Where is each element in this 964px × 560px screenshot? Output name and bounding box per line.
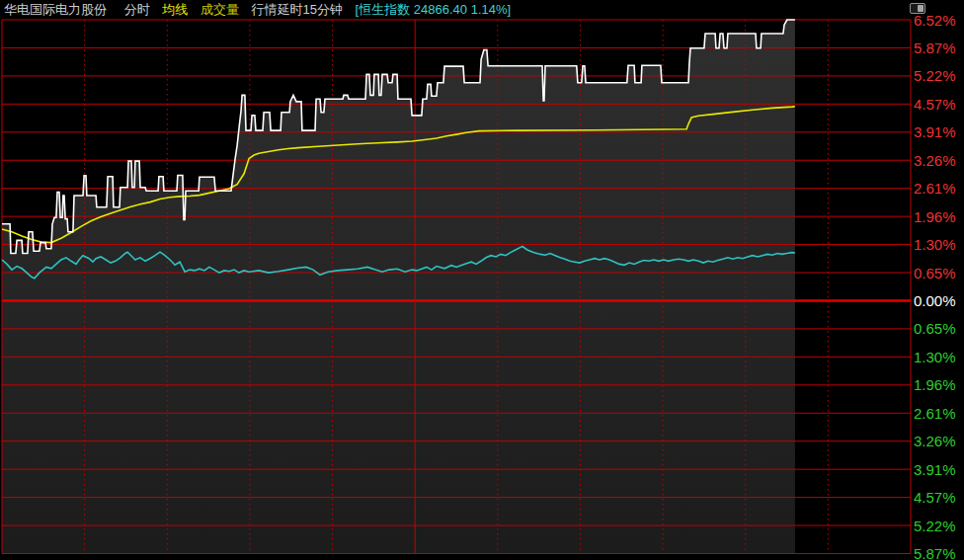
- y-axis-label: 1.96%: [914, 208, 963, 225]
- y-axis-label: 4.57%: [914, 489, 963, 506]
- y-axis-label: 1.96%: [914, 376, 963, 393]
- y-axis-label: 5.22%: [914, 518, 963, 534]
- y-axis-label: 0.65%: [914, 265, 963, 281]
- y-axis-label: 3.26%: [914, 433, 963, 449]
- y-axis-label: 2.61%: [914, 180, 963, 197]
- y-axis-label: 1.30%: [914, 349, 963, 365]
- y-axis-label: 5.22%: [914, 67, 963, 84]
- panel-toggle-icon[interactable]: [910, 3, 925, 14]
- y-axis-label: 2.61%: [914, 405, 963, 422]
- y-axis-label: 3.91%: [914, 461, 963, 478]
- y-axis-label: 3.91%: [914, 123, 963, 140]
- tab-minute-chart[interactable]: 分时: [124, 2, 150, 17]
- y-axis-label: 5.87%: [914, 545, 963, 560]
- hang-seng-index-quote[interactable]: [恒生指数 24866.40 1.14%]: [356, 2, 512, 17]
- y-axis-label: 0.00%: [914, 292, 963, 309]
- stock-app-screen: 华电国际电力股份 分时 均线 成交量 行情延时15分钟 [恒生指数 24866.…: [0, 0, 964, 560]
- chart-header: 华电国际电力股份 分时 均线 成交量 行情延时15分钟 [恒生指数 24866.…: [4, 1, 520, 18]
- tab-volume[interactable]: 成交量: [201, 2, 239, 17]
- panel-toggle-glyph: [918, 5, 924, 12]
- intraday-chart[interactable]: [0, 0, 964, 560]
- tab-moving-average[interactable]: 均线: [162, 2, 188, 17]
- y-axis-label: 5.87%: [914, 40, 963, 56]
- y-axis-label: 3.26%: [914, 152, 963, 169]
- y-axis-label: 4.57%: [914, 96, 963, 113]
- delay-notice: 行情延时15分钟: [252, 2, 343, 17]
- y-axis-label: 0.65%: [914, 320, 963, 337]
- y-axis-label: 6.52%: [914, 12, 963, 29]
- stock-name: 华电国际电力股份: [4, 2, 107, 17]
- y-axis-label: 1.30%: [914, 236, 963, 253]
